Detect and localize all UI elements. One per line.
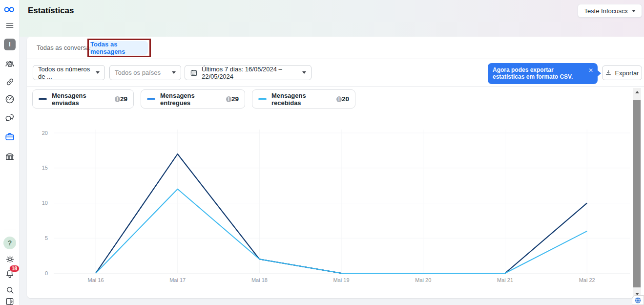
search-icon[interactable] (0, 284, 20, 296)
series-swatch-sent (39, 98, 47, 100)
hamburger-menu-icon[interactable] (0, 20, 20, 31)
chart-svg: 05101520Mai 16Mai 17Mai 18Mai 19Mai 20Ma… (39, 120, 635, 291)
account-selector-label: Teste Infocuscx (584, 7, 628, 15)
statistics-card: Todas as conversas Todas as mensagens To… (27, 37, 644, 298)
x-axis-label: Mai 19 (333, 277, 350, 283)
scroll-up-arrow[interactable] (633, 88, 641, 96)
x-axis-label: Mai 22 (579, 277, 595, 283)
csv-export-tooltip: Agora podes exportar estatísticas em for… (488, 63, 598, 84)
help-question-icon: ? (3, 237, 16, 249)
inbox-chat-icon[interactable] (0, 112, 20, 124)
tooltip-arrow (597, 70, 601, 77)
account-selector[interactable]: Teste Infocuscx (578, 4, 642, 18)
sidebar: I (0, 0, 20, 305)
y-axis-tick: 5 (45, 235, 48, 241)
chevron-down-icon (302, 71, 306, 74)
y-axis-tick: 15 (42, 165, 48, 171)
download-icon (605, 69, 612, 76)
phone-numbers-dropdown[interactable]: Todos os números de ... (33, 65, 105, 80)
legend-label-received: Mensagens recebidas (271, 92, 333, 107)
info-icon[interactable]: i (336, 96, 342, 102)
annotation-highlight-box (87, 39, 151, 57)
browser-extension-tab[interactable] (632, 295, 644, 305)
series-swatch-received (258, 98, 267, 100)
notification-badge: 18 (9, 265, 20, 272)
collapse-panel-icon[interactable] (0, 297, 20, 305)
audiences-people-icon[interactable] (0, 58, 20, 70)
legend-label-delivered: Mensagens entregues (160, 92, 223, 107)
y-axis-tick: 10 (42, 200, 48, 206)
globe-icon (634, 297, 642, 304)
avatar-initial: I (4, 39, 16, 50)
x-axis-label: Mai 16 (87, 277, 104, 283)
legend-value-received: 20 (342, 95, 349, 103)
phone-numbers-dropdown-label: Todos os números de ... (38, 65, 96, 80)
settings-gear-icon[interactable] (0, 253, 20, 265)
close-icon[interactable]: ✕ (588, 67, 593, 74)
series-swatch-delivered (147, 98, 155, 100)
page-title: Estatísticas (28, 6, 74, 16)
countries-dropdown-label: Todos os países (115, 69, 161, 76)
chevron-down-icon (632, 10, 636, 12)
chevron-down-icon (96, 71, 100, 74)
header-gradient-band (20, 0, 644, 37)
x-axis-label: Mai 21 (497, 277, 513, 283)
tabs-bar: Todas as conversas Todas as mensagens (27, 37, 644, 59)
sidebar-divider (4, 230, 16, 230)
date-range-label: Últimos 7 dias: 16/05/2024 – 22/05/2024 (202, 65, 298, 80)
x-axis-label: Mai 18 (251, 277, 268, 283)
tab-all-conversations[interactable]: Todas as conversas (37, 37, 93, 59)
chevron-down-icon (172, 71, 176, 74)
legend-label-sent: Mensagens enviadas (52, 92, 112, 107)
commerce-bank-icon[interactable] (0, 151, 20, 163)
countries-dropdown[interactable]: Todos os países (109, 65, 181, 80)
x-axis-label: Mai 17 (169, 277, 186, 283)
notifications-bell-icon[interactable]: 18 (0, 268, 20, 281)
date-range-picker[interactable]: Últimos 7 dias: 16/05/2024 – 22/05/2024 (185, 65, 312, 80)
meta-logo-icon[interactable] (0, 2, 20, 17)
csv-export-tooltip-text: Agora podes exportar estatísticas em for… (493, 66, 573, 80)
legend-value-sent: 29 (120, 95, 127, 103)
business-avatar[interactable]: I (0, 38, 20, 51)
info-icon[interactable]: i (115, 96, 120, 102)
legend-card-received[interactable]: Mensagens recebidas i 20 (252, 89, 355, 109)
info-icon[interactable]: i (226, 96, 231, 102)
messages-line-chart: 05101520Mai 16Mai 17Mai 18Mai 19Mai 20Ma… (39, 120, 635, 291)
legend-value-delivered: 29 (231, 95, 239, 103)
x-axis-label: Mai 20 (415, 277, 431, 283)
legend-card-delivered[interactable]: Mensagens entregues i 29 (141, 89, 245, 109)
legend-card-sent[interactable]: Mensagens enviadas i 29 (32, 89, 134, 109)
vertical-scrollbar[interactable] (633, 88, 641, 298)
export-button[interactable]: Exportar (602, 65, 642, 80)
help-button[interactable]: ? (0, 236, 20, 250)
y-axis-tick: 0 (45, 270, 48, 276)
briefcase-icon-active[interactable] (0, 131, 20, 143)
insights-gauge-icon[interactable] (0, 93, 20, 105)
y-axis-tick: 20 (42, 130, 48, 136)
scrollbar-thumb[interactable] (633, 100, 641, 287)
export-button-label: Exportar (615, 69, 639, 77)
calendar-icon (190, 69, 198, 77)
link-icon[interactable] (0, 76, 20, 87)
